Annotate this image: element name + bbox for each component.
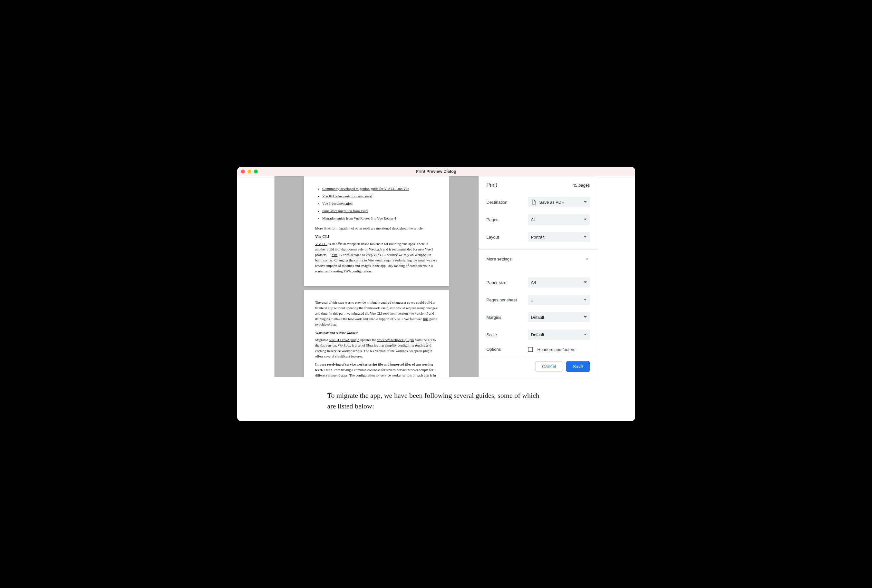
print-title: Print (487, 182, 497, 188)
print-settings-sidebar: Print 45 pages Destination Save as PDF (478, 176, 598, 377)
chevron-down-icon (584, 298, 587, 302)
traffic-lights (241, 170, 258, 173)
options-label: Options (487, 347, 528, 356)
doc-text: Migrated (315, 338, 329, 342)
chevron-down-icon (584, 281, 587, 284)
scale-row: Scale Default (487, 330, 590, 340)
window-title: Print Preview Dialog (416, 169, 456, 174)
layout-select[interactable]: Portrait (528, 232, 590, 242)
destination-select[interactable]: Save as PDF (528, 197, 590, 207)
doc-paragraph: Migrated Vue CLI PWA plugin updates the … (315, 337, 437, 359)
close-window-button[interactable] (241, 170, 245, 173)
save-button[interactable]: Save (566, 362, 590, 372)
fullscreen-window-button[interactable] (254, 170, 258, 173)
options-row: Options Headers and footers Background g… (487, 347, 590, 356)
window-content: Community-developed migration guide for … (237, 176, 635, 421)
margins-value: Default (531, 315, 544, 320)
pages-label: Pages (487, 217, 528, 222)
titlebar: Print Preview Dialog (237, 167, 635, 176)
minimize-window-button[interactable] (247, 170, 251, 173)
headers-footers-checkbox[interactable] (528, 347, 533, 352)
pdf-file-icon (531, 199, 537, 205)
headers-footers-label: Headers and footers (538, 347, 575, 352)
doc-paragraph: The goal of this step was to provide min… (315, 300, 437, 327)
page-count: 45 pages (572, 183, 590, 188)
paper-size-row: Paper size A4 (487, 277, 590, 288)
doc-paragraph: More links for migration of other tools … (315, 226, 437, 231)
chevron-down-icon (584, 201, 587, 204)
preview-page-1: Community-developed migration guide for … (304, 176, 449, 286)
doc-link[interactable]: Vue RFCs (requests for comments) (322, 194, 372, 198)
sidebar-scroll[interactable]: Print 45 pages Destination Save as PDF (479, 176, 598, 356)
layout-row: Layout Portrait (487, 232, 590, 242)
chevron-down-icon (584, 236, 587, 238)
more-settings-toggle[interactable]: More settings (487, 256, 590, 262)
doc-text: The goal of this step was to provide min… (315, 300, 437, 321)
layout-label: Layout (487, 235, 528, 240)
chevron-down-icon (584, 333, 587, 336)
cancel-button[interactable]: Cancel (535, 362, 563, 372)
doc-link[interactable]: Vite (331, 253, 337, 256)
doc-link[interactable]: Vue CLI PWA plugin (329, 338, 359, 342)
paper-size-value: A4 (531, 280, 536, 285)
scale-select[interactable]: Default (528, 330, 590, 340)
doc-link[interactable]: workbox-webpack-plugin (378, 338, 414, 342)
destination-label: Destination (487, 200, 528, 205)
doc-link[interactable]: Community-developed migration guide for … (322, 187, 409, 190)
doc-text: 4 (394, 216, 396, 220)
more-settings-label: More settings (487, 256, 512, 261)
destination-value: Save as PDF (539, 200, 564, 205)
doc-link[interactable]: Vue CLI (315, 242, 327, 246)
doc-link[interactable]: this (423, 317, 428, 321)
pages-per-sheet-select[interactable]: 1 (528, 295, 590, 305)
destination-row: Destination Save as PDF (487, 197, 590, 207)
doc-text: updates the (359, 338, 377, 342)
paper-size-label: Paper size (487, 280, 528, 285)
background-document-text: To migrate the app, we have been followi… (237, 377, 635, 421)
pages-row: Pages All (487, 214, 590, 225)
paper-size-select[interactable]: A4 (528, 277, 590, 288)
doc-paragraph: Import resolving of service worker scrip… (315, 362, 437, 377)
preview-page-2: The goal of this step was to provide min… (304, 290, 449, 377)
scale-label: Scale (487, 332, 528, 337)
margins-label: Margins (487, 315, 528, 320)
doc-link[interactable]: Pinia store migration from Vuex (322, 209, 368, 213)
pages-per-sheet-row: Pages per sheet 1 (487, 295, 590, 305)
doc-text: This allows having a common codebase for… (315, 368, 436, 377)
margins-select[interactable]: Default (528, 312, 590, 322)
scale-value: Default (531, 332, 544, 337)
doc-link[interactable]: Migration guide from Vue Router 3 to Vue… (322, 216, 394, 220)
doc-link[interactable]: Vue 3 documentation (322, 201, 352, 206)
pages-value: All (531, 217, 536, 222)
pages-select[interactable]: All (528, 214, 590, 225)
layout-value: Portrait (531, 235, 545, 240)
dialog-footer: Cancel Save (479, 356, 598, 377)
sidebar-header: Print 45 pages (487, 182, 590, 188)
print-preview-pane[interactable]: Community-developed migration guide for … (274, 176, 478, 377)
pages-per-sheet-label: Pages per sheet (487, 297, 528, 302)
doc-heading: Vue CLI (315, 234, 437, 240)
margins-row: Margins Default (487, 312, 590, 322)
chevron-up-icon (584, 256, 590, 262)
print-dialog: Community-developed migration guide for … (274, 176, 598, 377)
doc-subheading: Workbox and service workers (315, 330, 437, 336)
chevron-down-icon (584, 218, 587, 221)
headers-footers-row: Headers and footers (528, 347, 590, 352)
doc-paragraph: Vue CLI is an official Webpack-based too… (315, 241, 437, 274)
chevron-down-icon (584, 316, 587, 319)
pages-per-sheet-value: 1 (531, 297, 533, 302)
print-preview-window: Print Preview Dialog Community-developed… (237, 167, 635, 421)
